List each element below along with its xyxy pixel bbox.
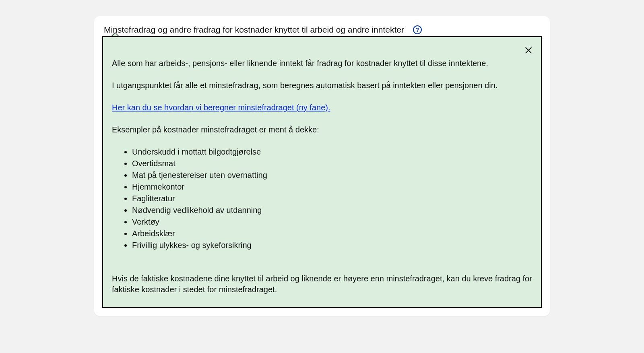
list-item: Hjemmekontor (132, 182, 532, 192)
list-item: Nødvendig vedlikehold av utdanning (132, 205, 532, 216)
list-item: Overtidsmat (132, 158, 532, 169)
list-item: Faglitteratur (132, 193, 532, 204)
card-title: Minstefradrag og andre fradrag for kostn… (104, 25, 404, 35)
popup-paragraph-2: I utgangspunktet får alle et minstefradr… (112, 80, 532, 91)
calculation-link[interactable]: Her kan du se hvordan vi beregner minste… (112, 103, 330, 112)
info-card: Minstefradrag og andre fradrag for kostn… (94, 16, 550, 316)
popup-paragraph-outro: Hvis de faktiske kostnadene dine knyttet… (112, 273, 532, 295)
examples-heading: Eksempler på kostnader minstefradraget e… (112, 124, 532, 135)
list-item: Mat på tjenestereiser uten overnatting (132, 170, 532, 181)
list-item: Arbeidsklær (132, 228, 532, 239)
list-item: Verktøy (132, 217, 532, 227)
popup-link-paragraph: Her kan du se hvordan vi beregner minste… (112, 102, 532, 113)
card-header: Minstefradrag og andre fradrag for kostn… (102, 25, 542, 35)
list-item: Frivillig ulykkes- og sykeforsikring (132, 240, 532, 251)
popup-pointer (111, 32, 119, 36)
list-item: Underskudd i mottatt bilgodtgjørelse (132, 147, 532, 157)
popup-paragraph-1: Alle som har arbeids-, pensjons- eller l… (112, 58, 532, 69)
info-popup: Alle som har arbeids-, pensjons- eller l… (102, 36, 542, 308)
close-icon (524, 46, 533, 55)
examples-list: Underskudd i mottatt bilgodtgjørelse Ove… (132, 147, 532, 251)
help-icon[interactable]: ? (413, 25, 422, 34)
popup-wrapper: Alle som har arbeids-, pensjons- eller l… (102, 36, 542, 308)
close-button[interactable] (522, 44, 535, 56)
